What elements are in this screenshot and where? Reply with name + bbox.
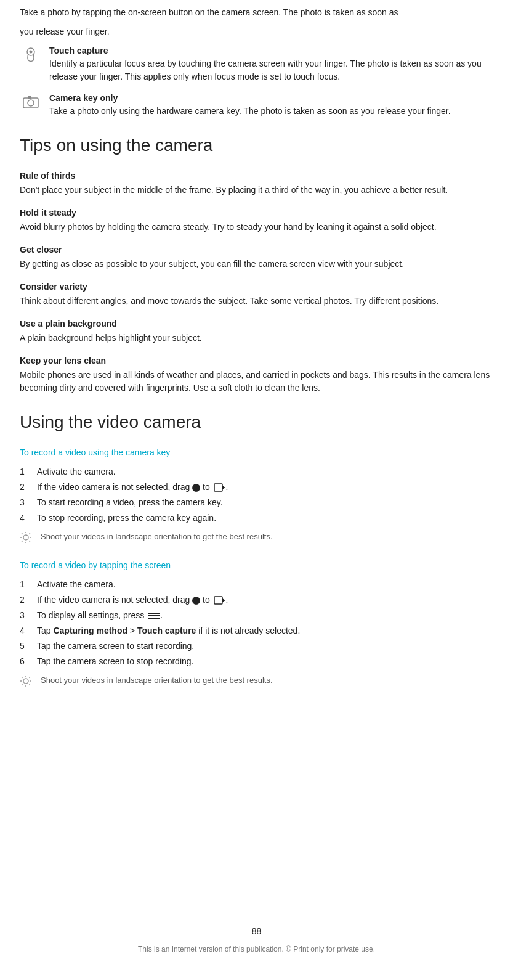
procedure2-tip: Shoot your videos in landscape orientati…: [20, 674, 493, 692]
camera-key-only-content: Camera key only Take a photo only using …: [49, 92, 451, 118]
tip-title-2: Get closer: [20, 243, 493, 256]
svg-point-21: [23, 679, 28, 684]
tip-note-icon-2: [20, 675, 34, 692]
lightbulb-icon-2: [20, 675, 32, 687]
step-num-2-5: 5: [20, 640, 37, 653]
step-num-2-4: 4: [20, 624, 37, 637]
lightbulb-icon-1: [20, 531, 32, 544]
step-num-1-4: 4: [20, 512, 37, 525]
step-2-1: 1 Activate the camera.: [20, 578, 493, 591]
step-2-6: 6 Tap the camera screen to stop recordin…: [20, 655, 493, 668]
step-text-2-5: Tap the camera screen to start recording…: [37, 640, 493, 653]
step-num-1-2: 2: [20, 481, 37, 494]
video-mode-icon-2: [214, 596, 226, 605]
svg-marker-6: [222, 486, 225, 489]
procedure1-steps: 1 Activate the camera. 2 If the video ca…: [20, 465, 493, 525]
tip-title-4: Use a plain background: [20, 317, 493, 330]
step-text-2-6: Tap the camera screen to stop recording.: [37, 655, 493, 668]
tip-get-closer: Get closer By getting as close as possib…: [20, 243, 493, 271]
tip-hold-steady: Hold it steady Avoid blurry photos by ho…: [20, 206, 493, 234]
step-text-2-2: If the video camera is not selected, dra…: [37, 594, 493, 606]
svg-rect-5: [214, 484, 222, 491]
settings-icon: [148, 611, 160, 620]
procedure1-heading: To record a video using the camera key: [20, 446, 493, 459]
procedure1-tip: Shoot your videos in landscape orientati…: [20, 531, 493, 548]
step-text-1-4: To stop recording, press the camera key …: [37, 512, 493, 525]
intro-text-2: you release your finger.: [20, 25, 493, 38]
camera-key-only-icon-area: [20, 92, 42, 110]
camera-key-only-body: Take a photo only using the hardware cam…: [49, 105, 451, 118]
touch-capture-section: Touch capture Identify a particular focu…: [20, 44, 493, 83]
circle-icon-1: [192, 484, 200, 492]
tip-body-0: Don't place your subject in the middle o…: [20, 184, 493, 197]
step-2-5: 5 Tap the camera screen to start recordi…: [20, 640, 493, 653]
intro-text: Take a photo by tapping the on-screen bu…: [20, 6, 493, 19]
svg-line-28: [29, 677, 30, 677]
tip-plain-background: Use a plain background A plain backgroun…: [20, 317, 493, 345]
step-num-2-2: 2: [20, 594, 37, 606]
touch-capture-content: Touch capture Identify a particular focu…: [49, 44, 493, 83]
camera-key-only-section: Camera key only Take a photo only using …: [20, 92, 493, 118]
camera-key-icon: [22, 93, 40, 110]
tips-list: Rule of thirds Don't place your subject …: [20, 169, 493, 394]
svg-point-3: [28, 100, 34, 106]
procedure2: To record a video by tapping the screen …: [20, 559, 493, 692]
step-1-4: 4 To stop recording, press the camera ke…: [20, 512, 493, 525]
svg-line-14: [29, 533, 30, 534]
touch-capture-body: Identify a particular focus area by touc…: [49, 57, 493, 83]
step-text-1-2: If the video camera is not selected, dra…: [37, 481, 493, 494]
tip-rule-of-thirds: Rule of thirds Don't place your subject …: [20, 169, 493, 197]
svg-point-1: [30, 51, 33, 54]
step-text-1-3: To start recording a video, press the ca…: [37, 496, 493, 509]
step-num-2-3: 3: [20, 609, 37, 622]
tip-title-0: Rule of thirds: [20, 169, 493, 182]
touch-capture-icon: [22, 46, 39, 63]
touch-capture-icon-area: [20, 44, 42, 63]
step-1-2: 2 If the video camera is not selected, d…: [20, 481, 493, 494]
svg-line-13: [29, 541, 30, 541]
tip-title-5: Keep your lens clean: [20, 354, 493, 367]
step-num-2-1: 1: [20, 578, 37, 591]
step-num-1-1: 1: [20, 465, 37, 478]
step-2-4: 4 Tap Capturing method > Touch capture i…: [20, 624, 493, 637]
procedure2-steps: 1 Activate the camera. 2 If the video ca…: [20, 578, 493, 668]
tip-body-1: Avoid blurry photos by holding the camer…: [20, 221, 493, 234]
svg-line-29: [22, 684, 22, 685]
svg-line-26: [22, 677, 22, 677]
svg-point-7: [23, 535, 28, 540]
circle-icon-2: [192, 597, 200, 605]
tip-consider-variety: Consider variety Think about different a…: [20, 280, 493, 308]
step-2-3: 3 To display all settings, press .: [20, 609, 493, 622]
tip-body-2: By getting as close as possible to your …: [20, 258, 493, 271]
svg-rect-16: [214, 597, 222, 604]
procedure1: To record a video using the camera key 1…: [20, 446, 493, 548]
step-text-2-4: Tap Capturing method > Touch capture if …: [37, 624, 493, 637]
procedure2-tip-text: Shoot your videos in landscape orientati…: [41, 674, 273, 687]
procedure1-tip-text: Shoot your videos in landscape orientati…: [41, 531, 273, 543]
step-text-1-1: Activate the camera.: [37, 465, 493, 478]
svg-line-15: [22, 541, 22, 541]
tip-body-4: A plain background helps highlight your …: [20, 332, 493, 345]
video-heading: Using the video camera: [20, 409, 493, 435]
video-mode-icon-1: [214, 483, 226, 492]
svg-line-27: [29, 684, 30, 685]
step-num-2-6: 6: [20, 655, 37, 668]
tip-note-icon-1: [20, 531, 34, 548]
step-1-3: 3 To start recording a video, press the …: [20, 496, 493, 509]
step-text-2-3: To display all settings, press .: [37, 609, 493, 622]
tips-heading: Tips on using the camera: [20, 133, 493, 158]
page-footer: 88 This is an Internet version of this p…: [0, 925, 513, 956]
tip-title-3: Consider variety: [20, 280, 493, 293]
tip-title-1: Hold it steady: [20, 206, 493, 219]
tip-body-3: Think about different angles, and move t…: [20, 295, 493, 308]
step-num-1-3: 3: [20, 496, 37, 509]
footer-note: This is an Internet version of this publ…: [138, 945, 375, 953]
camera-key-only-title: Camera key only: [49, 92, 451, 105]
svg-rect-4: [28, 96, 31, 99]
step-1-1: 1 Activate the camera.: [20, 465, 493, 478]
tip-body-5: Mobile phones are used in all kinds of w…: [20, 369, 493, 394]
step-2-2: 2 If the video camera is not selected, d…: [20, 594, 493, 606]
svg-marker-17: [222, 598, 225, 602]
page-content: Take a photo by tapping the on-screen bu…: [20, 0, 493, 692]
touch-capture-title: Touch capture: [49, 44, 493, 57]
